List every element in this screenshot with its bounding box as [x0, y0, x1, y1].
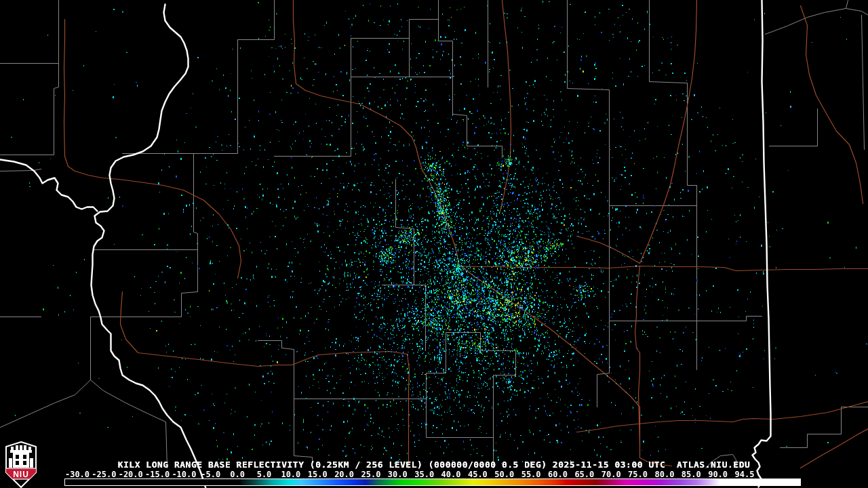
- niu-logo: NIU: [5, 441, 37, 488]
- colorbar-tick-label: 0.0: [230, 470, 245, 479]
- niu-castle-icon: NIU: [5, 441, 37, 488]
- colorbar-tick-label: 55.0: [521, 470, 541, 479]
- colorbar-tick-label: 5.0: [257, 470, 272, 479]
- colorbar-tick-label: 65.0: [574, 470, 594, 479]
- colorbar-tick-label: 80.0: [654, 470, 674, 479]
- colorbar-tick-label: 60.0: [548, 470, 568, 479]
- colorbar-tick-label: 15.0: [308, 470, 328, 479]
- colorbar-tick-label: 10.0: [281, 470, 300, 479]
- colorbar-tick-label: 35.0: [414, 470, 434, 479]
- colorbar-tick-label: 50.0: [494, 470, 514, 479]
- colorbar-tick-label: 85.0: [682, 470, 701, 479]
- colorbar-tick-labels: -30.0-25.0-20.0-15.0-10.0-5.00.05.010.01…: [0, 470, 868, 479]
- colorbar-tick-label: -15.0: [145, 470, 170, 479]
- colorbar-tick-label: -5.0: [201, 470, 220, 479]
- product-title: KILX LONG RANGE BASE REFLECTIVITY (0.25K…: [118, 460, 751, 470]
- colorbar-tick-label: -30.0: [65, 470, 90, 479]
- colorbar-tick-label: 20.0: [334, 470, 354, 479]
- colorbar-tick-label: 94.5: [735, 470, 755, 479]
- colorbar-gradient: [65, 479, 800, 485]
- colorbar-tick-label: -10.0: [172, 470, 196, 479]
- colorbar-tick-label: -20.0: [119, 470, 143, 479]
- radar-display-page: NIU KILX LONG RANGE BASE REFLECTIVITY (0…: [0, 0, 868, 488]
- colorbar-tick-label: 45.0: [468, 470, 488, 479]
- colorbar-tick-label: 30.0: [388, 470, 408, 479]
- colorbar-tick-label: 70.0: [601, 470, 621, 479]
- colorbar-tick-label: -25.0: [92, 470, 116, 479]
- radar-map-canvas: [0, 0, 868, 488]
- colorbar-tick-label: 40.0: [441, 470, 461, 479]
- colorbar-tick-label: 75.0: [628, 470, 648, 479]
- reflectivity-colorbar: [64, 479, 801, 486]
- colorbar-tick-label: 90.0: [708, 470, 728, 479]
- colorbar-tick-label: 25.0: [361, 470, 381, 479]
